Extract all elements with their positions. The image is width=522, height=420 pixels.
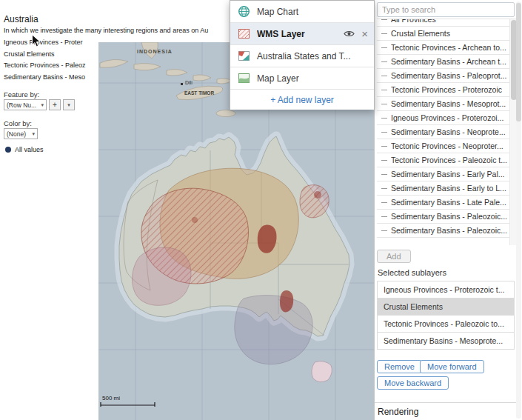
sublayer-option[interactable]: All Provinces <box>377 19 518 27</box>
move-backward-button[interactable]: Move backward <box>377 376 449 390</box>
legend-item: Crustal Elements <box>4 49 97 61</box>
tree-connector-icon <box>381 132 387 133</box>
feature-by-dropdown[interactable]: (Row Nu... ▾ <box>4 99 47 110</box>
legend-item: Tectonic Provinces - Paleoz <box>4 60 97 72</box>
feature-layer-icon <box>238 50 250 62</box>
available-sublayers-list: All Provinces Crustal Elements Tectonic … <box>377 19 518 245</box>
color-swatch-dot <box>5 147 11 153</box>
tree-connector-icon <box>381 19 387 20</box>
layer-item-map-layer[interactable]: Map Layer <box>230 67 374 90</box>
map-label-dili: Dili <box>185 80 193 85</box>
legend-panel: Igneous Provinces - Proter Crustal Eleme… <box>0 0 98 420</box>
wms-layer-icon <box>238 27 250 40</box>
feature-by-value: (Row Nu... <box>7 101 36 109</box>
sublayer-option[interactable]: Sedimentary Basins - Paleozoic... <box>377 210 518 224</box>
sublayer-option[interactable]: Sedimentary Basins - Early to L... <box>377 181 518 196</box>
all-values-legend-entry[interactable]: All values <box>5 146 44 153</box>
panel-scrollbar[interactable] <box>516 1 521 419</box>
sublayer-option[interactable]: Sedimentary Basins - Neoprote... <box>377 125 518 139</box>
sublayer-option[interactable]: Sedimentary Basins - Archean t... <box>377 55 518 69</box>
selected-sublayer-row[interactable]: Igneous Provinces - Proterozoic t... <box>378 281 514 299</box>
layer-item-label: Map Layer <box>257 73 368 84</box>
chevron-down-icon: ▾ <box>32 131 35 136</box>
tree-connector-icon <box>381 202 387 203</box>
legend-item: Sedimentary Basins - Meso <box>4 72 97 84</box>
sublayer-option[interactable]: Sedimentary Basins - Paleozoic... <box>377 224 518 238</box>
feature-by-label: Feature by: <box>4 90 39 99</box>
application-window: INDONESIA Dili EAST TIMOR 500 mi Igneous… <box>0 0 522 420</box>
tree-connector-icon <box>381 33 387 34</box>
legend-item: Igneous Provinces - Proter <box>4 37 97 49</box>
feature-options-button[interactable]: ▾ <box>63 99 75 110</box>
all-values-label: All values <box>15 146 44 153</box>
sublayer-option[interactable]: Tectonic Provinces - Proterozoic <box>377 83 518 97</box>
tree-connector-icon <box>381 61 387 62</box>
city-marker-dili <box>181 83 183 85</box>
search-input[interactable] <box>377 2 515 17</box>
section-divider <box>375 402 518 403</box>
sublayer-option[interactable]: Sedimentary Basins - Paleoprot... <box>377 69 518 83</box>
chevron-down-icon: ▾ <box>67 102 70 107</box>
move-forward-button[interactable]: Move forward <box>420 360 484 373</box>
selected-sublayer-row[interactable]: Crustal Elements <box>378 299 514 316</box>
add-sublayer-button[interactable]: Add <box>377 250 411 263</box>
remove-button[interactable]: Remove <box>377 360 422 373</box>
tree-connector-icon <box>381 90 387 90</box>
tree-connector-icon <box>381 104 387 104</box>
color-by-value: (None) <box>7 130 26 138</box>
layer-item-map-chart[interactable]: Map Chart <box>230 1 374 23</box>
selected-sublayers-label: Selected sublayers <box>378 268 446 277</box>
tree-connector-icon <box>381 174 387 175</box>
layer-item-label: WMS Layer <box>257 29 344 39</box>
tree-connector-icon <box>381 47 387 48</box>
add-new-layer-link[interactable]: + Add new layer <box>230 90 374 110</box>
sublayer-option[interactable]: Sedimentary Basins - Mesoprot... <box>377 97 518 111</box>
map-label-indonesia: INDONESIA <box>137 49 173 54</box>
layer-item-label: Australia States and T... <box>257 51 368 61</box>
tree-connector-icon <box>381 118 387 119</box>
color-by-dropdown[interactable]: (None) ▾ <box>4 128 38 139</box>
sublayer-option[interactable]: Sedimentary Basins - Early Pal... <box>377 167 518 181</box>
scrollbar-thumb[interactable] <box>516 3 521 121</box>
selected-sublayer-row[interactable]: Tectonic Provinces - Paleozoic to... <box>378 316 514 333</box>
sublayer-option[interactable]: Crustal Elements <box>377 27 518 41</box>
layer-item-label: Map Chart <box>257 7 368 17</box>
wms-settings-panel: All Provinces Crustal Elements Tectonic … <box>374 0 522 420</box>
sublayer-option[interactable]: Tectonic Provinces - Paleozoic t... <box>377 153 518 167</box>
map-chart-icon <box>238 5 250 18</box>
page-title: Australia <box>4 14 39 24</box>
chevron-down-icon: ▾ <box>41 102 44 107</box>
close-icon[interactable]: × <box>361 28 368 39</box>
layer-item-wms-layer[interactable]: WMS Layer × <box>230 23 374 45</box>
sublayer-option[interactable]: Sedimentary Basins - Late Pale... <box>377 196 518 210</box>
legend-items: Igneous Provinces - Proter Crustal Eleme… <box>4 37 97 83</box>
sublayer-option[interactable]: Tectonic Provinces - Archean to... <box>377 41 518 55</box>
scale-bar-label: 500 mi <box>102 395 120 401</box>
tree-connector-icon <box>381 160 387 161</box>
map-label-east-timor: EAST TIMOR <box>184 90 214 96</box>
color-by-label: Color by: <box>4 119 32 127</box>
tree-connector-icon <box>381 188 387 189</box>
layers-popup: Map Chart WMS Layer × <box>230 0 375 110</box>
mouse-cursor <box>31 34 41 51</box>
selected-sublayers-list: Igneous Provinces - Proterozoic t... Cru… <box>377 281 515 350</box>
visibility-eye-icon[interactable] <box>344 30 355 38</box>
sublayer-option[interactable]: Igneous Provinces - Proterozoi... <box>377 111 518 125</box>
sublayer-option[interactable]: Tectonic Provinces - Neoproter... <box>377 139 518 153</box>
tree-connector-icon <box>381 146 387 147</box>
tree-connector-icon <box>381 216 387 217</box>
tree-connector-icon <box>381 76 387 76</box>
layer-item-feature-layer[interactable]: Australia States and T... <box>230 45 374 67</box>
tree-connector-icon <box>381 230 387 231</box>
map-layer-icon <box>238 72 250 84</box>
rendering-section-header[interactable]: Rendering <box>378 407 418 417</box>
add-feature-button[interactable]: + <box>49 99 61 110</box>
selected-sublayer-row[interactable]: Sedimentary Basins - Mesoprote... <box>378 333 514 350</box>
page-subtitle: In which we investigate the many interes… <box>4 27 228 34</box>
